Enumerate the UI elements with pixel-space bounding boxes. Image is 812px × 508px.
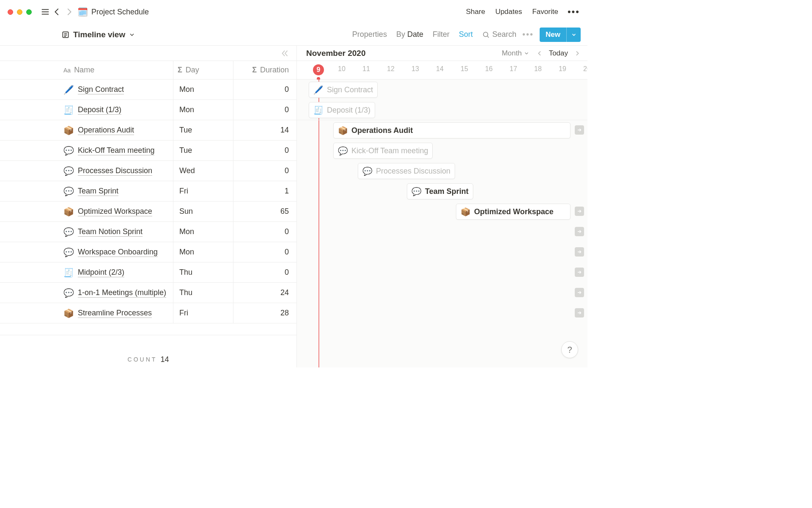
table-row[interactable]: 💬Processes DiscussionWed0	[0, 161, 296, 181]
row-name[interactable]: Deposit (1/3)	[78, 105, 121, 115]
continues-right-icon[interactable]	[575, 308, 584, 318]
row-name[interactable]: Processes Discussion	[78, 166, 152, 176]
continues-right-icon[interactable]	[575, 125, 584, 135]
groupby-button[interactable]: By Date	[396, 30, 423, 39]
row-name[interactable]: Team Sprint	[78, 187, 118, 196]
timeline-scale-button[interactable]: Month	[502, 49, 529, 58]
bar-label: Operations Audit	[351, 126, 413, 135]
table-row[interactable]: 💬Team SprintFri1	[0, 181, 296, 202]
date-tick[interactable]: 13	[409, 65, 421, 73]
collapse-table-button[interactable]	[0, 46, 296, 61]
table-row[interactable]: 💬Kick-Off Team meetingTue0	[0, 141, 296, 161]
new-button-dropdown[interactable]	[566, 28, 581, 42]
timeline-lanes: 🖊️Sign Contract🧾Deposit (1/3)📦Operations…	[297, 80, 587, 367]
favorite-button[interactable]: Favorite	[532, 8, 558, 16]
row-name[interactable]: Optimized Workspace	[78, 207, 152, 216]
bar-icon: 🖊️	[313, 85, 324, 95]
row-icon: 💬	[63, 247, 74, 257]
table-row[interactable]: 📦Streamline ProcessesFri28	[0, 303, 296, 323]
row-name[interactable]: Operations Audit	[78, 126, 134, 135]
date-tick-today[interactable]: 9	[313, 64, 324, 75]
continues-right-icon[interactable]	[575, 247, 584, 257]
table-row[interactable]: 📦Optimized WorkspaceSun65	[0, 202, 296, 222]
continues-right-icon[interactable]	[575, 288, 584, 297]
row-duration: 0	[233, 85, 296, 94]
view-more-icon[interactable]: •••	[522, 30, 534, 39]
date-tick[interactable]: 10	[336, 65, 348, 73]
row-name[interactable]: Midpoint (2/3)	[78, 268, 124, 277]
page-more-icon[interactable]: •••	[568, 6, 580, 17]
timeline-bar[interactable]: 🖊️Sign Contract	[309, 82, 378, 98]
sort-button[interactable]: Sort	[459, 30, 473, 39]
sidebar-toggle-button[interactable]	[39, 6, 51, 18]
date-tick[interactable]: 14	[434, 65, 446, 73]
timeline-panel: November 2020 Month Today 91011121314151…	[297, 46, 587, 367]
new-button[interactable]: New	[540, 28, 581, 42]
column-day-header[interactable]: Σ Day	[173, 61, 233, 79]
row-name[interactable]: Sign Contract	[78, 85, 124, 94]
table-row[interactable]: 📦Operations AuditTue14	[0, 120, 296, 141]
row-name[interactable]: Streamline Processes	[78, 309, 152, 318]
window-zoom-icon[interactable]	[26, 9, 32, 15]
row-name[interactable]: 1-on-1 Meetings (multiple)	[78, 288, 166, 298]
table-body: 🖊️Sign ContractMon0🧾Deposit (1/3)Mon0📦Op…	[0, 80, 296, 367]
date-tick[interactable]: 12	[385, 65, 397, 73]
nav-forward-button[interactable]	[63, 6, 75, 18]
timeline-today-button[interactable]: Today	[549, 49, 568, 58]
count-label: COUNT	[128, 356, 157, 363]
bar-label: Kick-Off Team meeting	[351, 146, 428, 155]
table-row[interactable]: 💬1-on-1 Meetings (multiple)Thu24	[0, 283, 296, 303]
column-duration-header[interactable]: Σ Duration	[233, 61, 296, 79]
row-name[interactable]: Workspace Onboarding	[78, 248, 158, 257]
continues-right-icon[interactable]	[575, 227, 584, 236]
help-button[interactable]: ?	[561, 341, 578, 358]
row-name[interactable]: Kick-Off Team meeting	[78, 146, 154, 155]
timeline-bar[interactable]: 🧾Deposit (1/3)	[309, 102, 375, 118]
page-title[interactable]: Project Schedule	[91, 8, 149, 17]
row-icon: 💬	[63, 146, 74, 156]
share-button[interactable]: Share	[466, 8, 485, 16]
updates-button[interactable]: Updates	[495, 8, 522, 16]
date-tick[interactable]: 11	[360, 65, 372, 73]
window-minimize-icon[interactable]	[17, 9, 22, 15]
bar-label: Team Sprint	[425, 187, 469, 196]
continues-right-icon[interactable]	[575, 268, 584, 277]
filter-button[interactable]: Filter	[433, 30, 450, 39]
date-tick[interactable]: 18	[532, 65, 544, 73]
continues-right-icon[interactable]	[575, 207, 584, 216]
table-row[interactable]: 🧾Deposit (1/3)Mon0	[0, 100, 296, 120]
column-name-header[interactable]: Aa Name	[0, 61, 173, 79]
table-footer: COUNT 14	[0, 351, 296, 367]
date-tick[interactable]: 15	[458, 65, 470, 73]
timeline-bar[interactable]: 💬Kick-Off Team meeting	[333, 143, 433, 159]
row-day: Fri	[173, 303, 233, 323]
search-button[interactable]: Search	[482, 30, 516, 39]
window-close-icon[interactable]	[8, 9, 13, 15]
timeline-bar[interactable]: 📦Optimized Workspace	[456, 204, 571, 220]
date-tick[interactable]: 19	[557, 65, 568, 73]
row-name[interactable]: Team Notion Sprint	[78, 227, 143, 237]
row-day: Fri	[173, 181, 233, 201]
column-duration-label: Duration	[260, 66, 289, 75]
date-tick[interactable]: 17	[508, 65, 519, 73]
view-picker-button[interactable]: Timeline view	[61, 30, 135, 39]
table-row[interactable]: 🖊️Sign ContractMon0	[0, 80, 296, 100]
timeline-lane: 📦Operations Audit	[297, 120, 587, 141]
table-row[interactable]: 💬Workspace OnboardingMon0	[0, 242, 296, 262]
timeline-lane: 🧾Deposit (1/3)	[297, 100, 587, 120]
date-tick[interactable]: 16	[483, 65, 495, 73]
timeline-prev-button[interactable]	[536, 50, 543, 57]
timeline-bar[interactable]: 💬Team Sprint	[407, 183, 473, 199]
row-icon: 💬	[63, 186, 74, 196]
table-row[interactable]: 🧾Midpoint (2/3)Thu0	[0, 262, 296, 283]
properties-button[interactable]: Properties	[352, 30, 387, 39]
table-row[interactable]: 💬Team Notion SprintMon0	[0, 222, 296, 242]
date-tick[interactable]: 20	[581, 65, 587, 73]
row-icon: 🧾	[63, 268, 74, 278]
nav-back-button[interactable]	[51, 6, 63, 18]
row-day: Thu	[173, 283, 233, 303]
timeline-bar[interactable]: 💬Processes Discussion	[358, 163, 455, 179]
timeline-bar[interactable]: 📦Operations Audit	[333, 122, 571, 138]
timeline-next-button[interactable]	[574, 50, 581, 57]
row-duration: 0	[233, 227, 296, 236]
